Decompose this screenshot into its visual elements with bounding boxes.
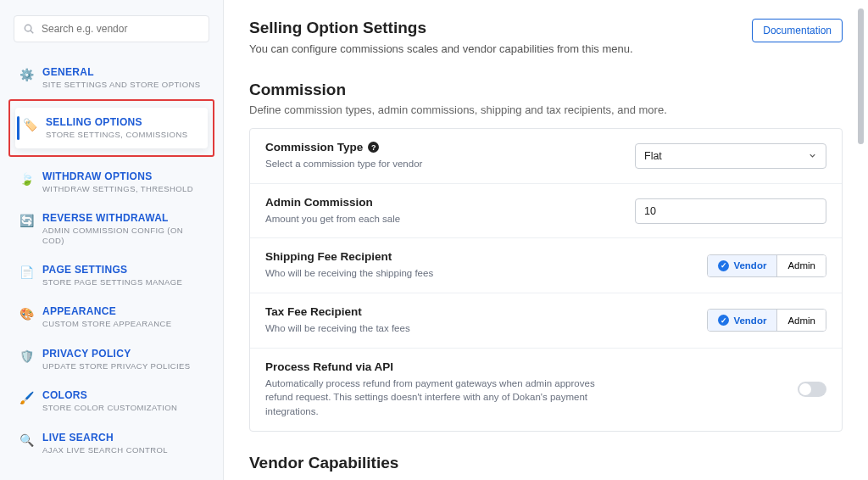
- sidebar-item-general[interactable]: ⚙️ GENERAL SITE SETTINGS AND STORE OPTIO…: [12, 58, 211, 98]
- page-title: Selling Option Settings: [249, 19, 633, 37]
- help-icon[interactable]: ?: [368, 142, 379, 153]
- sidebar-item-sublabel: STORE PAGE SETTINGS MANAGE: [42, 277, 182, 287]
- sidebar-item-label: COLORS: [42, 389, 177, 401]
- sidebar-item-label: WITHDRAW OPTIONS: [42, 170, 193, 182]
- palette-icon: 🖌️: [19, 390, 34, 405]
- seg-label: Admin: [787, 260, 815, 271]
- scrollbar[interactable]: [857, 0, 865, 480]
- sidebar-item-sublabel: STORE COLOR CUSTOMIZATION: [42, 403, 177, 412]
- tag-icon: 🏷️: [22, 117, 37, 132]
- search-icon: [23, 23, 35, 35]
- seg-label: Vendor: [733, 260, 766, 271]
- sidebar-item-label: PAGE SETTINGS: [42, 264, 182, 276]
- sidebar-item-sublabel: SITE SETTINGS AND STORE OPTIONS: [42, 80, 200, 89]
- row-desc: Amount you get from each sale: [265, 212, 400, 226]
- chevron-down-icon: [808, 151, 817, 160]
- row-desc: Automatically process refund from paymen…: [265, 377, 596, 419]
- commission-section-title: Commission: [249, 81, 843, 99]
- sidebar-item-colors[interactable]: 🖌️ COLORS STORE COLOR CUSTOMIZATION: [12, 381, 211, 421]
- check-icon: [718, 315, 729, 326]
- row-desc: Select a commission type for vendor: [265, 157, 422, 171]
- check-icon: [718, 260, 729, 271]
- sidebar-item-sublabel: STORE SETTINGS, COMMISSIONS: [46, 130, 187, 139]
- sidebar-item-selling-options[interactable]: 🏷️ SELLING OPTIONS STORE SETTINGS, COMMI…: [15, 108, 208, 148]
- select-value: Flat: [644, 150, 662, 162]
- search-box[interactable]: [14, 15, 209, 42]
- row-title: Shipping Fee Recipient: [265, 250, 433, 263]
- magnifier-icon: 🔍: [19, 433, 34, 448]
- sidebar-item-label: LIVE SEARCH: [42, 432, 168, 444]
- gear-icon: ⚙️: [19, 67, 34, 82]
- row-process-refund: Process Refund via API Automatically pro…: [250, 349, 842, 431]
- process-refund-toggle[interactable]: [798, 382, 826, 397]
- seg-label: Admin: [787, 315, 815, 326]
- shipping-admin-button[interactable]: Admin: [776, 255, 826, 276]
- row-desc: Who will be receiving the shipping fees: [265, 266, 433, 281]
- row-desc: Who will be receiving the tax fees: [265, 321, 410, 336]
- vendor-capabilities-title: Vendor Capabilities: [249, 454, 843, 472]
- input-value: 10: [644, 205, 656, 217]
- sidebar-item-label: PRIVACY POLICY: [42, 348, 191, 360]
- sidebar-item-sublabel: ADMIN COMMISSION CONFIG (ON COD): [42, 226, 203, 245]
- sidebar-item-label: SELLING OPTIONS: [46, 116, 187, 128]
- shipping-vendor-button[interactable]: Vendor: [708, 255, 776, 276]
- sidebar-item-label: GENERAL: [42, 66, 200, 78]
- sidebar: ⚙️ GENERAL SITE SETTINGS AND STORE OPTIO…: [0, 0, 224, 480]
- sidebar-item-sublabel: WITHDRAW SETTINGS, THRESHOLD: [42, 184, 193, 193]
- svg-point-0: [25, 25, 31, 31]
- commission-section-desc: Define commission types, admin commissio…: [249, 103, 843, 116]
- sidebar-item-privacy-policy[interactable]: 🛡️ PRIVACY POLICY UPDATE STORE PRIVACY P…: [12, 339, 211, 379]
- sidebar-item-sublabel: CUSTOM STORE APPEARANCE: [42, 319, 171, 328]
- shipping-recipient-segmented: Vendor Admin: [707, 254, 826, 277]
- commission-panel: Commission Type ? Select a commission ty…: [249, 128, 843, 432]
- sidebar-item-sublabel: AJAX LIVE SEARCH CONTROL: [42, 445, 168, 455]
- row-admin-commission: Admin Commission Amount you get from eac…: [250, 184, 842, 239]
- tax-admin-button[interactable]: Admin: [776, 310, 826, 331]
- sidebar-item-label: APPEARANCE: [42, 305, 171, 317]
- sidebar-item-withdraw-options[interactable]: 🍃 WITHDRAW OPTIONS WITHDRAW SETTINGS, TH…: [12, 162, 211, 202]
- leaf-icon: 🍃: [19, 171, 34, 187]
- svg-line-1: [31, 31, 33, 33]
- page-desc: You can configure commissions scales and…: [249, 42, 633, 55]
- reverse-icon: 🔄: [19, 213, 34, 228]
- row-title: Admin Commission: [265, 196, 400, 209]
- sidebar-item-live-search[interactable]: 🔍 LIVE SEARCH AJAX LIVE SEARCH CONTROL: [12, 423, 211, 463]
- row-title-text: Commission Type: [265, 141, 363, 153]
- admin-commission-input[interactable]: 10: [635, 198, 826, 224]
- sidebar-item-reverse-withdrawal[interactable]: 🔄 REVERSE WITHDRAWAL ADMIN COMMISSION CO…: [12, 204, 211, 254]
- seg-label: Vendor: [733, 315, 766, 326]
- sidebar-item-appearance[interactable]: 🎨 APPEARANCE CUSTOM STORE APPEARANCE: [12, 297, 211, 337]
- row-commission-type: Commission Type ? Select a commission ty…: [250, 129, 842, 184]
- sidebar-item-sublabel: UPDATE STORE PRIVACY POLICIES: [42, 361, 191, 371]
- appearance-icon: 🎨: [19, 306, 34, 321]
- row-title: Commission Type ?: [265, 141, 422, 153]
- commission-type-select[interactable]: Flat: [635, 143, 826, 169]
- row-title: Process Refund via API: [265, 360, 596, 373]
- main-content: Selling Option Settings You can configur…: [224, 0, 868, 480]
- row-tax-recipient: Tax Fee Recipient Who will be receiving …: [250, 293, 842, 349]
- tax-recipient-segmented: Vendor Admin: [707, 309, 826, 332]
- documentation-button[interactable]: Documentation: [752, 19, 843, 42]
- row-title: Tax Fee Recipient: [265, 305, 410, 318]
- row-shipping-recipient: Shipping Fee Recipient Who will be recei…: [250, 238, 842, 293]
- sidebar-item-page-settings[interactable]: 📄 PAGE SETTINGS STORE PAGE SETTINGS MANA…: [12, 255, 211, 295]
- search-input[interactable]: [42, 23, 200, 35]
- shield-icon: 🛡️: [19, 349, 34, 364]
- sidebar-highlight: 🏷️ SELLING OPTIONS STORE SETTINGS, COMMI…: [8, 99, 214, 156]
- tax-vendor-button[interactable]: Vendor: [708, 310, 776, 331]
- sidebar-item-label: REVERSE WITHDRAWAL: [42, 212, 203, 224]
- page-icon: 📄: [19, 265, 34, 280]
